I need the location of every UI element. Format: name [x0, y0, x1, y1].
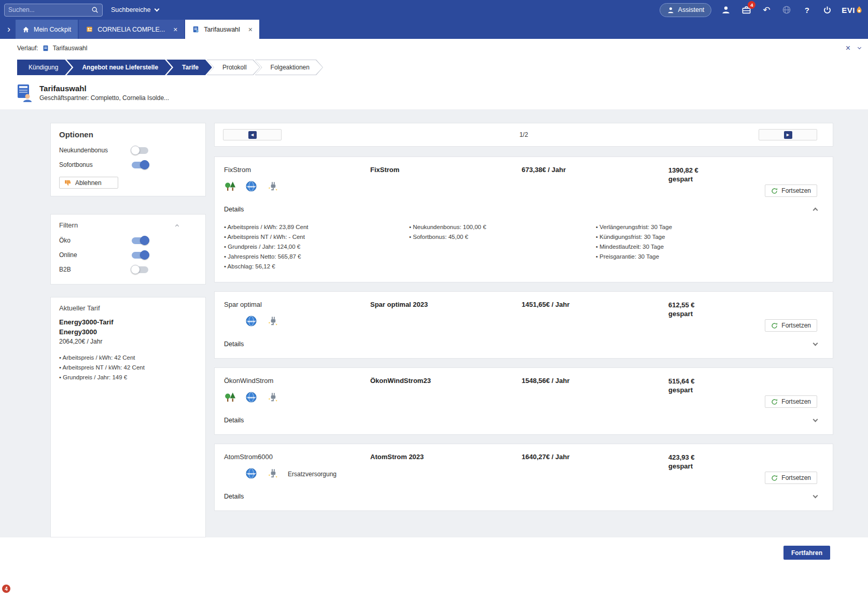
- filter-row-online: Online: [59, 248, 197, 262]
- inbox-icon[interactable]: 4: [740, 4, 752, 16]
- tariff-card-spar-optimal: Spar optimal www Spar optimal 2023 1451,…: [214, 291, 833, 359]
- filter-row-oeko: Öko: [59, 233, 197, 248]
- sidebar: Optionen Neukundenbonus Sofortbonus Able…: [50, 123, 206, 537]
- arrow-left-icon: ◄: [248, 131, 257, 139]
- previous-page-button[interactable]: ◄: [223, 129, 282, 140]
- chevron-down-icon[interactable]: [813, 417, 818, 422]
- search-icon[interactable]: [91, 6, 99, 13]
- history-item[interactable]: Tarifauswahl: [53, 45, 88, 52]
- continue-icon: [771, 322, 778, 329]
- tab-label: Mein Cockpit: [34, 26, 71, 33]
- eco-icon: [224, 391, 245, 405]
- tariff-left: AtomStrom6000 www Ersatzversorgung: [224, 453, 370, 485]
- page-title: Tarifauswahl: [39, 84, 169, 93]
- close-icon[interactable]: ×: [248, 26, 253, 33]
- wizard-step-folgeaktionen[interactable]: Folgeaktionen: [255, 60, 323, 75]
- online-www-icon: www: [245, 467, 267, 481]
- globe-icon[interactable]: [781, 4, 792, 16]
- assistant-button[interactable]: Assistent: [660, 3, 712, 17]
- continue-label: Fortsetzen: [781, 398, 811, 405]
- tab-mein-cockpit[interactable]: Mein Cockpit: [16, 20, 78, 39]
- chevron-up-icon[interactable]: [813, 208, 818, 213]
- detail-item: Arbeitspreis NT / kWh: - Cent: [224, 232, 409, 242]
- tariff-list: ◄ 1/2 ► FixStrom www FixStrom: [214, 123, 833, 537]
- tariff-card-atomstrom: AtomStrom6000 www Ersatzversorgung AtomS…: [214, 444, 833, 511]
- collapse-panel-icon[interactable]: [858, 46, 861, 49]
- details-column-prices: Arbeitspreis / kWh: 23,89 Cent Arbeitspr…: [224, 222, 409, 272]
- power-icon[interactable]: [821, 4, 833, 16]
- neukundenbonus-toggle[interactable]: [132, 147, 148, 154]
- tariff-price: 1451,65€ / Jahr: [522, 301, 668, 333]
- svg-text:www: www: [247, 395, 255, 399]
- continue-tariff-button[interactable]: Fortsetzen: [765, 319, 817, 332]
- wizard-step-label: Folgeaktionen: [255, 60, 323, 75]
- tab-tarifauswahl[interactable]: Tarifauswahl ×: [185, 20, 259, 39]
- assistant-label: Assistent: [678, 6, 705, 13]
- notification-badge: 4: [748, 1, 755, 9]
- option-label: Neukundenbonus: [59, 147, 132, 154]
- next-page-button[interactable]: ►: [759, 129, 817, 140]
- top-bar-actions: Assistent 4 ↶ ? EVI: [660, 3, 862, 17]
- tab-overflow-chevron[interactable]: ›: [2, 20, 16, 39]
- option-row-sofortbonus: Sofortbonus: [59, 158, 197, 172]
- tariff-left: Spar optimal www: [224, 301, 370, 333]
- user-icon[interactable]: [720, 4, 732, 16]
- chevron-down-icon: [155, 7, 160, 12]
- current-tariff-name: Energy3000-Tarif: [59, 317, 197, 327]
- wizard-step-kuendigung[interactable]: Kündigung: [17, 60, 72, 75]
- global-search[interactable]: [4, 4, 103, 17]
- continue-icon: [771, 188, 778, 194]
- plug-icon: [267, 180, 288, 194]
- detail-item: Kündigungsfrist: 30 Tage: [596, 232, 817, 242]
- close-icon[interactable]: ×: [173, 26, 177, 33]
- svg-text:www: www: [247, 319, 255, 322]
- details-link[interactable]: Details: [224, 206, 244, 213]
- svg-text:www: www: [247, 471, 255, 475]
- tariff-right: 515,64 € gespart Fortsetzen: [668, 377, 817, 409]
- business-partner-icon: [86, 25, 93, 33]
- wizard-step-protokoll[interactable]: Protokoll: [207, 60, 260, 75]
- details-link[interactable]: Details: [224, 493, 244, 500]
- reject-button[interactable]: Ablehnen: [59, 177, 118, 189]
- filter-row-b2b: B2B: [59, 262, 197, 277]
- proceed-button[interactable]: Fortfahren: [783, 546, 830, 560]
- plug-icon: [267, 391, 288, 405]
- current-tariff-details: Arbeitspreis / kWh: 42 Cent Arbeitspreis…: [59, 353, 197, 382]
- continue-icon: [771, 475, 778, 481]
- continue-tariff-button[interactable]: Fortsetzen: [765, 395, 817, 408]
- wizard-step-angebot[interactable]: Angebot neue Lieferstelle: [66, 60, 172, 75]
- b2b-toggle[interactable]: [132, 266, 148, 273]
- details-link[interactable]: Details: [224, 340, 244, 348]
- close-panel-icon[interactable]: ×: [846, 44, 850, 53]
- tariff-name: Spar optimal: [224, 301, 370, 308]
- tariff-right: 1390,82 € gespart Fortsetzen: [668, 166, 817, 198]
- search-input[interactable]: [8, 6, 91, 13]
- reject-label: Ablehnen: [75, 179, 102, 187]
- continue-tariff-button[interactable]: Fortsetzen: [765, 184, 817, 197]
- main-stage: Optionen Neukundenbonus Sofortbonus Able…: [0, 109, 868, 537]
- continue-tariff-button[interactable]: Fortsetzen: [765, 472, 817, 484]
- filter-panel-header: Filtern: [59, 221, 197, 229]
- details-toggle-row: Details: [224, 340, 817, 352]
- help-button[interactable]: ?: [801, 4, 813, 16]
- oeko-toggle[interactable]: [132, 237, 148, 244]
- undo-icon[interactable]: ↶: [761, 4, 772, 16]
- tariff-icons: www: [224, 391, 370, 405]
- wizard-step-tarife[interactable]: Tarife: [166, 60, 212, 75]
- collapse-filters-icon[interactable]: [175, 224, 179, 228]
- brand-logo: EVI: [842, 6, 862, 15]
- saved-amount: 515,64 €: [668, 377, 817, 386]
- chevron-down-icon[interactable]: [813, 341, 818, 346]
- sofortbonus-toggle[interactable]: [132, 162, 148, 168]
- search-scopes-dropdown[interactable]: Suchbereiche: [111, 6, 159, 13]
- details-link[interactable]: Details: [224, 417, 244, 424]
- current-tariff-panel: Aktueller Tarif Energy3000-Tarif Energy3…: [50, 297, 206, 537]
- online-toggle[interactable]: [132, 252, 148, 259]
- current-tariff-product: Energy3000: [59, 327, 197, 337]
- details-toggle-row: Details: [224, 206, 817, 217]
- top-bar: Suchbereiche Assistent 4 ↶ ?: [0, 0, 868, 20]
- detail-item: Jahrespreis Netto: 565,87 €: [224, 252, 409, 262]
- corner-notification-badge[interactable]: 4: [2, 585, 10, 593]
- chevron-down-icon[interactable]: [813, 493, 818, 499]
- tab-cornelia-completto[interactable]: CORNELIA COMPLE... ×: [79, 20, 184, 39]
